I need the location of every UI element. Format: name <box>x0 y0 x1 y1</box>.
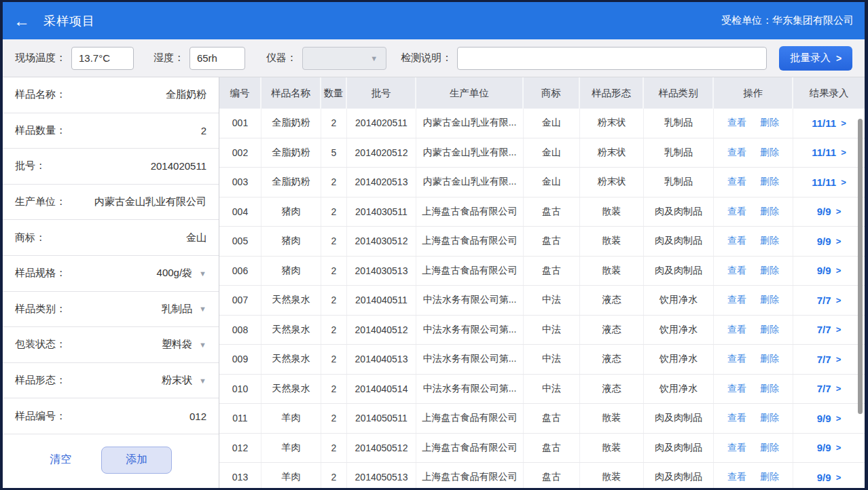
cell-brand: 中法 <box>524 375 580 404</box>
result-entry-link[interactable]: 9/9 > <box>817 235 841 247</box>
cell-result: 11/11 > <box>793 109 865 138</box>
chevron-down-icon[interactable]: ▼ <box>199 341 206 349</box>
view-link[interactable]: 查看 <box>727 147 746 159</box>
cell-batch: 2014040512 <box>347 316 416 345</box>
form-row-value[interactable]: 塑料袋 ▼ <box>162 338 206 351</box>
result-count: 11/11 <box>812 176 836 188</box>
note-input[interactable] <box>457 47 767 70</box>
view-link[interactable]: 查看 <box>727 471 746 483</box>
cell-form: 散装 <box>580 257 644 286</box>
table-row: 004 猪肉 2 2014030511 上海盘古食品有限公司 盘古 散装 肉及肉… <box>219 197 865 227</box>
delete-link[interactable]: 删除 <box>760 206 779 218</box>
form-row-value[interactable]: 2014020511 ▼ <box>151 160 206 172</box>
humidity-input[interactable] <box>189 47 245 70</box>
chevron-down-icon[interactable]: ▼ <box>199 269 206 278</box>
result-entry-link[interactable]: 7/7 > <box>817 324 841 335</box>
result-entry-link[interactable]: 9/9 > <box>817 265 841 276</box>
view-link[interactable]: 查看 <box>727 412 746 424</box>
result-count: 9/9 <box>817 265 831 276</box>
result-entry-link[interactable]: 11/11 > <box>812 117 846 129</box>
view-link[interactable]: 查看 <box>727 176 746 188</box>
add-button[interactable]: 添加 <box>101 447 172 474</box>
cell-name: 天然泉水 <box>261 286 321 315</box>
cell-batch: 2014030513 <box>347 257 416 286</box>
result-entry-link[interactable]: 9/9 > <box>817 413 841 424</box>
view-link[interactable]: 查看 <box>727 383 746 395</box>
vertical-scrollbar[interactable] <box>858 119 863 414</box>
cell-category: 肉及肉制品 <box>644 434 714 463</box>
clear-button[interactable]: 清空 <box>50 453 71 467</box>
form-row-value[interactable]: 全脂奶粉 ▼ <box>166 88 206 101</box>
form-row: 生产单位： 内蒙古金山乳业有限公司 ▼ <box>3 185 219 221</box>
view-link[interactable]: 查看 <box>727 294 746 306</box>
view-link[interactable]: 查看 <box>727 324 746 336</box>
result-entry-link[interactable]: 9/9 > <box>817 472 841 483</box>
cell-form: 粉末状 <box>580 138 644 168</box>
form-row-value-text: 2 <box>201 125 206 136</box>
result-entry-link[interactable]: 7/7 > <box>817 295 841 306</box>
delete-link[interactable]: 删除 <box>760 442 779 454</box>
temperature-input[interactable] <box>71 47 134 70</box>
table-row: 008 天然泉水 2 2014040512 中法水务有限公司第... 中法 液态… <box>219 316 865 345</box>
form-row-value[interactable]: 400g/袋 ▼ <box>157 267 206 280</box>
cell-actions: 查看 删除 <box>714 197 793 227</box>
delete-link[interactable]: 删除 <box>760 147 779 159</box>
result-count: 7/7 <box>817 324 831 335</box>
delete-link[interactable]: 删除 <box>760 117 779 129</box>
cell-form: 液态 <box>580 286 644 315</box>
instrument-select[interactable]: ▼ <box>302 47 386 70</box>
cell-producer: 上海盘古食品有限公司 <box>416 434 524 463</box>
cell-result: 9/9 > <box>793 404 865 433</box>
view-link[interactable]: 查看 <box>727 442 746 454</box>
view-link[interactable]: 查看 <box>727 353 746 365</box>
delete-link[interactable]: 删除 <box>760 471 779 483</box>
delete-link[interactable]: 删除 <box>760 383 779 395</box>
delete-link[interactable]: 删除 <box>760 294 779 306</box>
form-row-value[interactable]: 2 ▼ <box>201 125 206 136</box>
cell-qty: 2 <box>321 257 347 286</box>
delete-link[interactable]: 删除 <box>760 265 779 277</box>
chevron-right-icon: > <box>841 147 846 157</box>
form-row-label: 样品类别： <box>15 303 66 316</box>
delete-link[interactable]: 删除 <box>760 176 779 188</box>
cell-category: 肉及肉制品 <box>644 404 714 433</box>
view-link[interactable]: 查看 <box>727 235 746 247</box>
view-link[interactable]: 查看 <box>727 206 746 218</box>
chevron-down-icon[interactable]: ▼ <box>199 377 206 385</box>
result-entry-link[interactable]: 9/9 > <box>817 206 841 217</box>
delete-link[interactable]: 删除 <box>760 324 779 336</box>
view-link[interactable]: 查看 <box>727 117 746 129</box>
result-entry-link[interactable]: 11/11 > <box>812 147 846 158</box>
form-row-value[interactable]: 012 ▼ <box>189 411 206 422</box>
delete-link[interactable]: 删除 <box>760 412 779 424</box>
chevron-down-icon[interactable]: ▼ <box>199 305 206 313</box>
cell-brand: 金山 <box>524 109 580 138</box>
cell-producer: 中法水务有限公司第... <box>416 286 524 315</box>
result-entry-link[interactable]: 9/9 > <box>817 442 841 453</box>
cell-batch: 2014050511 <box>347 404 416 433</box>
cell-result: 7/7 > <box>793 375 865 404</box>
view-link[interactable]: 查看 <box>727 265 746 277</box>
batch-entry-button[interactable]: 批量录入 > <box>779 46 852 71</box>
cell-producer: 上海盘古食品有限公司 <box>416 227 524 256</box>
cell-brand: 盘古 <box>524 197 580 227</box>
back-arrow-icon[interactable]: ← <box>14 13 30 29</box>
form-row-value[interactable]: 乳制品 ▼ <box>162 303 206 316</box>
form-row-value-text: 乳制品 <box>162 303 192 316</box>
delete-link[interactable]: 删除 <box>760 235 779 247</box>
cell-name: 羊肉 <box>261 434 321 463</box>
result-entry-link[interactable]: 7/7 > <box>817 383 841 394</box>
form-row-value[interactable]: 粉末状 ▼ <box>162 374 206 387</box>
form-row-value[interactable]: 内蒙古金山乳业有限公司 ▼ <box>94 195 206 208</box>
chevron-right-icon: > <box>836 383 842 394</box>
result-entry-link[interactable]: 7/7 > <box>817 354 841 365</box>
cell-form: 散装 <box>580 463 644 488</box>
form-row-value[interactable]: 金山 ▼ <box>186 231 206 244</box>
delete-link[interactable]: 删除 <box>760 353 779 365</box>
form-row-value-text: 2014020511 <box>151 160 206 172</box>
result-entry-link[interactable]: 11/11 > <box>812 176 846 188</box>
form-row-value-text: 塑料袋 <box>162 338 192 351</box>
cell-no: 011 <box>219 404 261 433</box>
chevron-right-icon: > <box>841 177 846 187</box>
cell-name: 天然泉水 <box>261 375 321 404</box>
